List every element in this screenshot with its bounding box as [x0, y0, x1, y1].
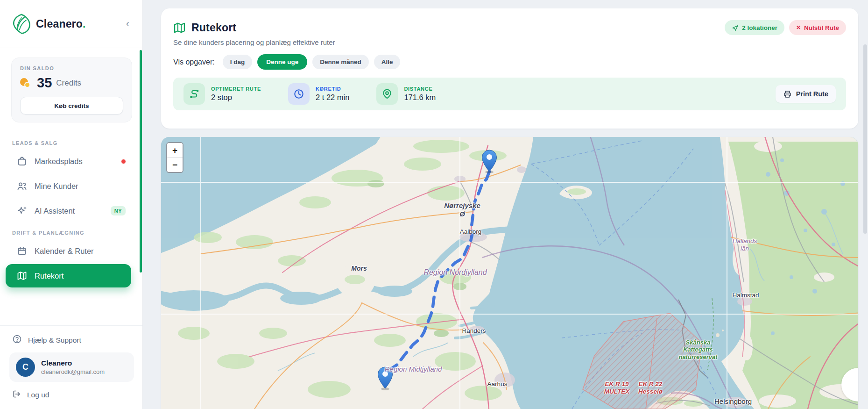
clock-icon — [288, 83, 310, 105]
printer-icon — [783, 90, 792, 99]
sidebar-item-label: Mine Kunder — [35, 182, 78, 191]
filter-chip-denne-maned[interactable]: Denne måned — [312, 55, 369, 69]
route-stats-bar: OPTIMERET RUTE 2 stop KØRETID 2 t 22 min — [173, 78, 846, 110]
sidebar-item-label: Rutekort — [35, 272, 64, 280]
user-card[interactable]: C Cleanero cleanerodk@gmail.com — [9, 352, 134, 382]
logout-label: Log ud — [27, 391, 49, 399]
reset-route-button[interactable]: ✕ Nulstil Rute — [789, 20, 846, 35]
sidebar-item-label: Kalender & Ruter — [35, 247, 94, 256]
filter-chip-denne-uge[interactable]: Denne uge — [257, 54, 307, 70]
main-area: Rutekort 2 lokationer ✕ Nulstil Rute Se … — [143, 0, 868, 409]
buy-credits-button[interactable]: Køb credits — [20, 97, 123, 115]
nav-section-drift: DRIFT & PLANLÆGNING — [12, 230, 142, 236]
filter-label: Vis opgaver: — [173, 58, 215, 66]
help-support-link[interactable]: Hjælp & Support — [0, 332, 142, 352]
stat-drive-time: KØRETID 2 t 22 min — [288, 83, 349, 105]
filter-chip-i-dag[interactable]: I dag — [223, 55, 253, 69]
stat-label: OPTIMERET RUTE — [211, 86, 261, 92]
map-zoom-control: + − — [166, 142, 183, 173]
cleanero-leaf-icon — [12, 14, 31, 34]
stat-value: 171.6 km — [404, 93, 436, 102]
logo-row: Cleanero. ‹ — [0, 0, 142, 48]
user-email: cleanerodk@gmail.com — [41, 368, 105, 375]
user-name: Cleanero — [41, 359, 105, 367]
page-title: Rutekort — [191, 22, 236, 34]
locations-badge: 2 lokationer — [725, 20, 784, 35]
coins-icon — [20, 78, 32, 89]
print-route-label: Print Rute — [796, 90, 828, 98]
stat-label: DISTANCE — [404, 86, 436, 92]
zoom-in-button[interactable]: + — [167, 143, 183, 158]
logout-button[interactable]: Log ud — [0, 387, 142, 409]
route-map[interactable]: NørrejyskeØ Aalborg Mors Region Nordjyll… — [161, 137, 858, 409]
locations-badge-label: 2 lokationer — [742, 24, 777, 31]
close-icon: ✕ — [796, 24, 801, 31]
balance-card: DIN SALDO 35 Credits Køb credits — [11, 57, 132, 122]
brand-dot: . — [83, 18, 86, 30]
calendar-icon — [16, 246, 27, 257]
print-route-button[interactable]: Print Rute — [776, 85, 836, 103]
balance-label: DIN SALDO — [20, 65, 123, 71]
help-support-label: Hjælp & Support — [28, 336, 81, 344]
task-filter-row: Vis opgaver: I dag Denne uge Denne måned… — [173, 54, 846, 70]
stat-label: KØRETID — [316, 86, 349, 92]
sidebar: Cleanero. ‹ DIN SALDO 35 Credits Køb cre… — [0, 0, 143, 409]
route-header-card: Rutekort 2 lokationer ✕ Nulstil Rute Se … — [161, 8, 858, 129]
sidebar-item-mine-kunder[interactable]: Mine Kunder — [6, 174, 131, 198]
logout-icon — [12, 389, 21, 401]
sidebar-item-kalender[interactable]: Kalender & Ruter — [6, 239, 131, 263]
users-icon — [16, 181, 27, 192]
sidebar-collapse-button[interactable]: ‹ — [123, 18, 132, 30]
sidebar-scrollbar[interactable] — [140, 50, 142, 273]
page-subtitle: Se dine kunders placering og planlæg eff… — [173, 38, 846, 46]
navigation-arrow-icon — [732, 24, 739, 31]
page-scrollbar[interactable] — [863, 44, 867, 234]
sidebar-item-rutekort[interactable]: Rutekort — [6, 264, 131, 287]
map-title-icon — [173, 22, 186, 34]
map-pin-icon — [376, 83, 398, 105]
reset-route-label: Nulstil Rute — [804, 24, 839, 31]
nav-section-leads: LEADS & SALG — [12, 140, 142, 146]
shopping-bag-icon — [16, 156, 27, 167]
credit-unit: Credits — [56, 79, 81, 88]
sidebar-item-ai-assistent[interactable]: AI Assistent NY — [6, 199, 131, 222]
avatar: C — [16, 358, 35, 377]
zoom-out-button[interactable]: − — [167, 158, 183, 172]
new-badge: NY — [111, 206, 126, 215]
notification-dot — [121, 159, 126, 164]
route-icon — [183, 83, 205, 105]
stat-value: 2 stop — [211, 93, 261, 102]
sidebar-divider — [0, 325, 142, 326]
sidebar-item-label: AI Assistent — [35, 207, 75, 215]
sparkles-icon — [16, 206, 27, 216]
help-circle-icon — [12, 334, 22, 346]
credit-amount: 35 — [37, 75, 52, 91]
stat-distance: DISTANCE 171.6 km — [376, 83, 436, 105]
stat-value: 2 t 22 min — [316, 93, 349, 102]
filter-chip-alle[interactable]: Alle — [374, 55, 401, 69]
sidebar-nav: LEADS & SALG Markedsplads Mine Kunder — [0, 133, 142, 289]
stat-optimized-route: OPTIMERET RUTE 2 stop — [183, 83, 261, 105]
sidebar-item-markedsplads[interactable]: Markedsplads — [6, 150, 131, 173]
map-canvas[interactable] — [161, 137, 858, 409]
brand-name: Cleanero. — [36, 18, 86, 30]
map-icon — [16, 271, 27, 281]
sidebar-item-label: Markedsplads — [35, 157, 83, 166]
